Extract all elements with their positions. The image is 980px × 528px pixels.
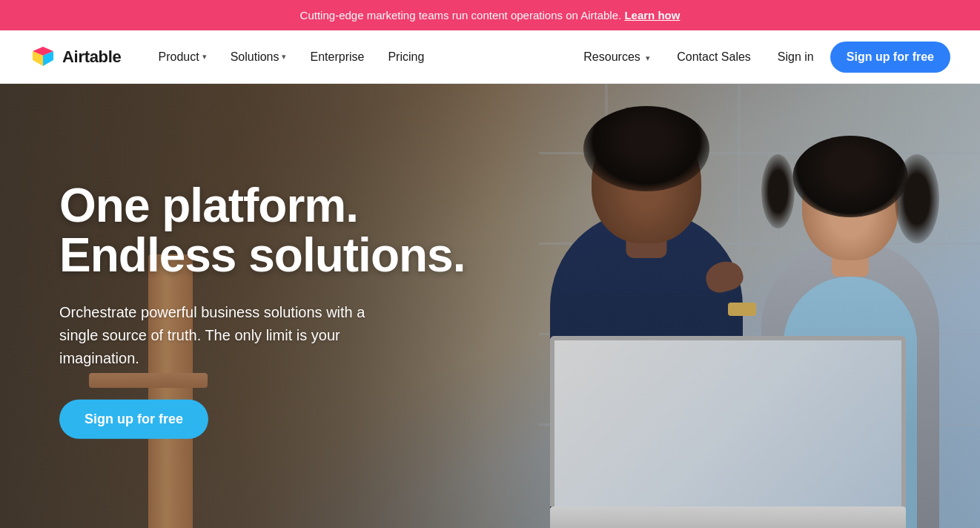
nav-contact-label: Contact Sales — [677, 50, 751, 63]
hero-title-line1: One platform. — [59, 179, 358, 232]
nav-product-label: Product — [159, 50, 199, 64]
nav-right: Resources ▾ Contact Sales Sign in Sign u… — [573, 42, 950, 73]
laptop-base — [550, 506, 906, 528]
nav-item-resources[interactable]: Resources ▾ — [573, 44, 660, 70]
nav-pricing-label: Pricing — [388, 50, 424, 64]
chevron-down-icon: ▾ — [202, 52, 207, 62]
nav-signin-label: Sign in — [778, 50, 814, 63]
chevron-down-icon: ▾ — [646, 53, 650, 62]
banner-link[interactable]: Learn how — [624, 9, 680, 22]
nav-item-pricing[interactable]: Pricing — [377, 44, 434, 70]
hero-section: One platform. Endless solutions. Orchest… — [0, 84, 980, 528]
nav-item-sign-in[interactable]: Sign in — [767, 44, 824, 70]
hero-title: One platform. Endless solutions. — [59, 181, 465, 280]
nav-signup-button[interactable]: Sign up for free — [830, 42, 950, 73]
nav-resources-label: Resources — [583, 50, 640, 63]
hero-signup-button[interactable]: Sign up for free — [59, 400, 208, 439]
announcement-banner: Cutting-edge marketing teams run content… — [0, 0, 980, 30]
nav-left: Product ▾ Solutions ▾ Enterprise Pricing — [148, 44, 574, 70]
navbar: Airtable Product ▾ Solutions ▾ Enterpris… — [0, 30, 980, 84]
airtable-logo-icon — [30, 44, 56, 70]
banner-text: Cutting-edge marketing teams run content… — [300, 9, 622, 22]
nav-enterprise-label: Enterprise — [310, 50, 364, 64]
nav-solutions-label: Solutions — [231, 50, 279, 64]
nav-item-contact-sales[interactable]: Contact Sales — [666, 44, 761, 70]
chevron-down-icon: ▾ — [282, 52, 286, 62]
logo[interactable]: Airtable — [30, 44, 122, 70]
hero-content: One platform. Endless solutions. Orchest… — [59, 181, 465, 439]
nav-item-product[interactable]: Product ▾ — [148, 44, 217, 70]
hero-title-line2: Endless solutions. — [59, 228, 465, 282]
nav-item-solutions[interactable]: Solutions ▾ — [220, 44, 297, 70]
nav-item-enterprise[interactable]: Enterprise — [299, 44, 374, 70]
hero-subtitle: Orchestrate powerful business solutions … — [59, 301, 371, 370]
logo-text: Airtable — [62, 47, 122, 67]
